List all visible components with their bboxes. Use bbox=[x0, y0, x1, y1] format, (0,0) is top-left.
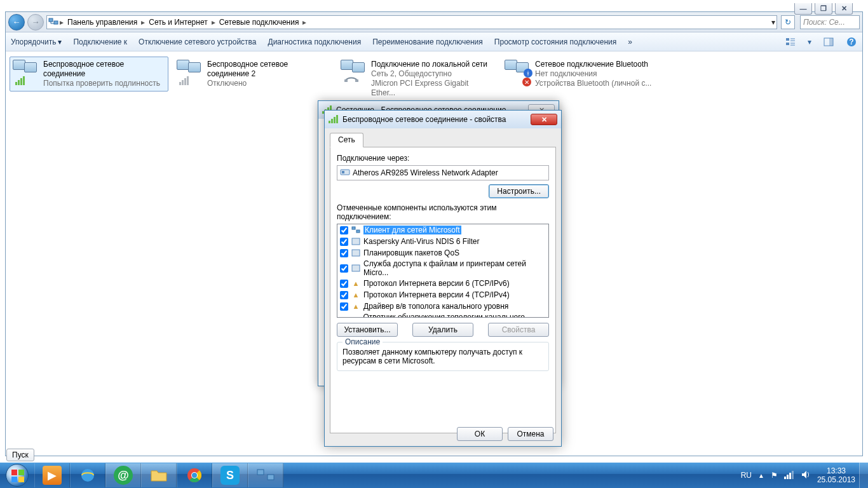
wifi-icon bbox=[13, 60, 39, 86]
install-button[interactable]: Установить... bbox=[337, 323, 398, 337]
tray-show-hidden-icon[interactable]: ▲ bbox=[758, 472, 764, 479]
tray-volume-icon[interactable] bbox=[801, 470, 811, 482]
toolbar-status[interactable]: Просмотр состояния подключения bbox=[494, 37, 616, 46]
svg-text:?: ? bbox=[849, 37, 853, 46]
component-item[interactable]: ▲ Протокол Интернета версии 6 (TCP/IPv6) bbox=[337, 278, 548, 289]
component-item[interactable]: ▲ Драйвер в/в тополога канального уровня bbox=[337, 301, 548, 312]
properties-dialog-titlebar[interactable]: Беспроводное сетевое соединение - свойст… bbox=[325, 111, 561, 128]
show-desktop-button[interactable] bbox=[859, 463, 868, 488]
components-list[interactable]: Клиент для сетей Microsoft Kaspersky Ant… bbox=[337, 224, 549, 318]
svg-rect-15 bbox=[331, 119, 333, 123]
refresh-button[interactable]: ↻ bbox=[781, 15, 795, 29]
media-player-icon: ▶ bbox=[43, 466, 62, 485]
configure-button[interactable]: Настроить... bbox=[489, 184, 549, 198]
svg-rect-23 bbox=[352, 250, 360, 256]
nav-forward-button[interactable]: → bbox=[27, 14, 44, 30]
description-text: Позволяет данному компьютеру получать до… bbox=[342, 348, 543, 365]
toolbar-organize[interactable]: Упорядочить▾ bbox=[11, 37, 62, 46]
start-button[interactable] bbox=[0, 463, 34, 488]
minimize-button[interactable]: — bbox=[794, 3, 812, 15]
component-item[interactable]: Планировщик пакетов QoS bbox=[337, 247, 548, 259]
components-label: Отмеченные компоненты используются этим … bbox=[337, 203, 549, 221]
properties-button[interactable]: Свойства bbox=[488, 323, 549, 337]
address-bar[interactable]: ▸ Панель управления ▸ Сеть и Интернет ▸ … bbox=[46, 15, 777, 29]
taskbar-item-ie[interactable] bbox=[70, 463, 105, 487]
connection-item-wifi2[interactable]: Беспроводное сетевое соединение 2 Отключ… bbox=[173, 57, 332, 92]
toolbar-disconnect[interactable]: Отключение сетевого устройства bbox=[139, 37, 256, 46]
dropdown-icon[interactable]: ▾ bbox=[771, 18, 775, 27]
adapter-name: Atheros AR9285 Wireless Network Adapter bbox=[353, 168, 498, 177]
taskbar-item-app1[interactable]: @ bbox=[105, 463, 141, 487]
bluetooth-icon: ✕ ᚼ bbox=[505, 60, 531, 86]
component-checkbox[interactable] bbox=[340, 302, 348, 311]
taskbar-item-chrome[interactable] bbox=[177, 463, 212, 487]
component-checkbox[interactable] bbox=[340, 249, 348, 257]
tab-network[interactable]: Сеть bbox=[330, 133, 363, 147]
tray-time: 13:33 bbox=[817, 466, 855, 475]
svg-rect-16 bbox=[334, 117, 336, 123]
maximize-button[interactable]: ❐ bbox=[815, 3, 832, 15]
search-input[interactable]: Поиск: Се... bbox=[800, 15, 860, 29]
help-icon[interactable]: ? bbox=[846, 36, 857, 48]
chevron-down-icon[interactable]: ▾ bbox=[808, 37, 811, 46]
toolbar-more[interactable]: » bbox=[628, 37, 632, 46]
tray-clock[interactable]: 13:33 25.05.2013 bbox=[817, 466, 855, 484]
tray-language[interactable]: RU bbox=[741, 471, 752, 480]
svg-rect-21 bbox=[356, 230, 360, 233]
uninstall-button[interactable]: Удалить bbox=[412, 323, 473, 337]
component-item[interactable]: ▲ Ответчик обнаружения топологии канальн… bbox=[337, 312, 548, 318]
breadcrumb-control-panel[interactable]: Панель управления bbox=[65, 17, 140, 28]
ok-button[interactable]: ОК bbox=[457, 427, 503, 441]
component-item[interactable]: Клиент для сетей Microsoft bbox=[337, 224, 548, 236]
component-checkbox[interactable] bbox=[340, 318, 348, 318]
component-checkbox[interactable] bbox=[340, 238, 348, 246]
component-checkbox[interactable] bbox=[340, 291, 348, 299]
component-checkbox[interactable] bbox=[340, 226, 348, 234]
cancel-button[interactable]: Отмена bbox=[508, 427, 553, 441]
svg-rect-19 bbox=[342, 171, 344, 173]
adapter-icon bbox=[340, 167, 350, 179]
toolbar-connect[interactable]: Подключение к bbox=[73, 37, 127, 46]
skype-icon: S bbox=[220, 466, 240, 485]
component-checkbox[interactable] bbox=[340, 280, 348, 288]
connection-device: JMicron PCI Express Gigabit Ether... bbox=[371, 79, 493, 98]
preview-pane-icon[interactable] bbox=[823, 36, 834, 48]
description-legend: Описание bbox=[342, 337, 383, 346]
tab-strip: Сеть bbox=[330, 132, 556, 147]
component-item[interactable]: Kaspersky Anti-Virus NDIS 6 Filter bbox=[337, 236, 548, 247]
tab-body: Подключение через: Atheros AR9285 Wirele… bbox=[330, 147, 556, 433]
svg-rect-35 bbox=[789, 473, 791, 479]
breadcrumb-network-connections[interactable]: Сетевые подключения bbox=[217, 17, 302, 28]
connection-title: Подключение по локальной сети bbox=[371, 60, 493, 69]
taskbar-item-skype[interactable]: S bbox=[212, 463, 248, 487]
connection-item-lan[interactable]: Подключение по локальной сети Сеть 2, Об… bbox=[337, 57, 496, 101]
close-button[interactable]: ✕ bbox=[531, 114, 557, 125]
toolbar-rename[interactable]: Переименование подключения bbox=[372, 37, 483, 46]
tray-date: 25.05.2013 bbox=[817, 475, 855, 484]
connection-item-wifi[interactable]: Беспроводное сетевое соединение Попытка … bbox=[10, 57, 168, 92]
chevron-right-icon: ▸ bbox=[60, 18, 64, 27]
svg-rect-17 bbox=[336, 115, 338, 123]
component-label: Протокол Интернета версии 4 (TCP/IPv4) bbox=[363, 290, 510, 299]
taskbar-item-media-player[interactable]: ▶ bbox=[34, 463, 70, 487]
system-tray: RU ▲ ⚑ 13:33 25.05.2013 bbox=[737, 466, 859, 484]
toolbar: Упорядочить▾ Подключение к Отключение се… bbox=[6, 32, 862, 51]
tray-network-icon[interactable] bbox=[784, 470, 794, 482]
view-options-icon[interactable] bbox=[785, 36, 796, 48]
breadcrumb-network-internet[interactable]: Сеть и Интернет bbox=[146, 17, 210, 28]
component-item[interactable]: ▲ Протокол Интернета версии 4 (TCP/IPv4) bbox=[337, 289, 548, 301]
connection-item-bluetooth[interactable]: ✕ ᚼ Сетевое подключение Bluetooth Нет по… bbox=[501, 57, 660, 92]
chevron-right-icon: ▸ bbox=[141, 18, 145, 27]
tray-flag-icon[interactable]: ⚑ bbox=[771, 471, 778, 480]
connection-title: Сетевое подключение Bluetooth bbox=[535, 60, 657, 69]
component-item[interactable]: Служба доступа к файлам и принтерам сете… bbox=[337, 259, 548, 278]
service-icon bbox=[351, 236, 361, 247]
close-button[interactable]: ✕ bbox=[835, 3, 853, 15]
component-checkbox[interactable] bbox=[340, 264, 348, 273]
toolbar-diagnose[interactable]: Диагностика подключения bbox=[268, 37, 362, 46]
nav-back-button[interactable]: ← bbox=[8, 14, 25, 30]
component-label: Планировщик пакетов QoS bbox=[363, 248, 459, 257]
taskbar-item-network[interactable] bbox=[248, 463, 283, 487]
component-label: Драйвер в/в тополога канального уровня bbox=[363, 302, 508, 311]
taskbar-item-explorer[interactable] bbox=[141, 463, 177, 487]
